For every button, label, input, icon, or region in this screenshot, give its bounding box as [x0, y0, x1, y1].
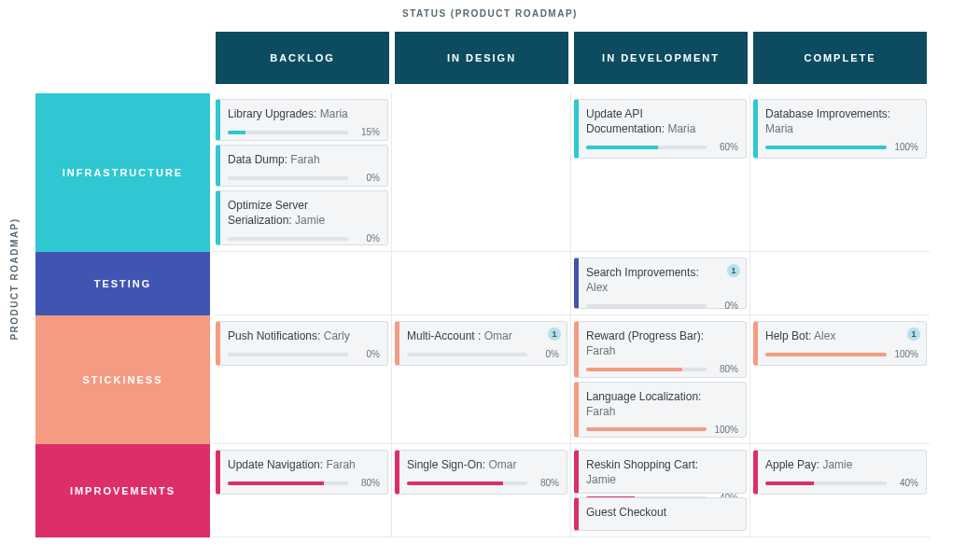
- card-title: Push Notifications: Carly: [228, 328, 380, 343]
- progress-percent: 100%: [892, 349, 918, 359]
- card[interactable]: Guest Checkout: [574, 497, 747, 531]
- progress-row: 100%: [765, 142, 918, 152]
- cell-infrastructure-backlog: Library Upgrades: Maria15%Data Dump: Far…: [213, 93, 392, 252]
- card-title: Guest Checkout: [586, 505, 738, 520]
- card[interactable]: Language Localization: Farah100%: [574, 382, 747, 439]
- cell-infrastructure-in_design: [392, 93, 571, 252]
- row-label-infrastructure[interactable]: INFRASTRUCTURE: [35, 93, 210, 252]
- card[interactable]: Database Improvements: Maria100%: [753, 99, 927, 159]
- progress-percent: 0%: [354, 233, 380, 244]
- cell-testing-in_design: [392, 252, 571, 315]
- cell-testing-backlog: [213, 252, 392, 315]
- card-title: Language Localization: Farah: [586, 389, 738, 419]
- cell-improvements-in_development: Reskin Shopping Cart: Jamie40%Guest Chec…: [571, 444, 750, 537]
- count-badge: 1: [548, 328, 561, 341]
- cell-improvements-complete: Apple Pay: Jamie40%: [750, 444, 930, 537]
- card-title: Reskin Shopping Cart: Jamie: [586, 457, 738, 487]
- card-title: Multi-Account : Omar: [407, 328, 559, 343]
- progress-percent: 80%: [354, 478, 380, 488]
- progress-percent: 0%: [354, 173, 380, 183]
- progress-percent: 100%: [892, 142, 918, 152]
- progress-bar: [407, 481, 527, 485]
- progress-row: 0%: [407, 349, 559, 359]
- card-title: Optimize Server Serialization: Jamie: [228, 198, 380, 228]
- progress-bar: [228, 353, 348, 356]
- progress-bar: [586, 427, 707, 431]
- card-title: Database Improvements: Maria: [765, 106, 918, 136]
- top-axis-label: STATUS (PRODUCT ROADMAP): [0, 0, 980, 28]
- progress-row: 15%: [228, 127, 380, 137]
- card-title: Help Bot: Alex: [765, 328, 918, 343]
- card-title: Reward (Progress Bar): Farah: [586, 328, 738, 358]
- cell-stickiness-in_development: Reward (Progress Bar): Farah80%Language …: [571, 315, 750, 444]
- card[interactable]: Help Bot: Alex1100%: [753, 321, 927, 366]
- cell-testing-in_development: Search Improvements: Alex10%: [571, 252, 750, 315]
- progress-bar: [407, 353, 527, 356]
- card-title: Data Dump: Farah: [228, 152, 380, 167]
- card[interactable]: Reskin Shopping Cart: Jamie40%: [574, 450, 747, 494]
- progress-row: 80%: [228, 478, 380, 488]
- cell-improvements-in_design: Single Sign-On: Omar80%: [392, 444, 571, 537]
- progress-row: 0%: [228, 233, 380, 244]
- progress-bar: [586, 146, 707, 149]
- roadmap-grid: BACKLOGIN DESIGNIN DEVELOPMENTCOMPLETEIN…: [35, 32, 980, 558]
- cell-infrastructure-in_development: Update API Documentation: Maria60%: [571, 93, 750, 252]
- card[interactable]: Update API Documentation: Maria60%: [574, 99, 747, 159]
- card[interactable]: Apple Pay: Jamie40%: [753, 450, 927, 495]
- cell-testing-complete: [750, 252, 930, 315]
- progress-row: 80%: [407, 478, 559, 488]
- row-label-testing[interactable]: TESTING: [35, 252, 210, 315]
- column-header-backlog[interactable]: BACKLOG: [216, 32, 389, 84]
- card-title: Apple Pay: Jamie: [765, 457, 918, 472]
- card[interactable]: Data Dump: Farah0%: [216, 145, 388, 187]
- progress-percent: 100%: [712, 425, 738, 435]
- card[interactable]: Push Notifications: Carly0%: [216, 321, 388, 366]
- progress-bar: [228, 237, 348, 241]
- progress-percent: 0%: [354, 349, 380, 359]
- progress-bar: [586, 368, 707, 371]
- card-title: Single Sign-On: Omar: [407, 457, 559, 472]
- cell-infrastructure-complete: Database Improvements: Maria100%: [750, 93, 930, 252]
- progress-bar: [765, 481, 887, 485]
- progress-percent: 0%: [533, 349, 559, 359]
- progress-row: 100%: [586, 425, 738, 435]
- progress-row: 40%: [765, 478, 918, 488]
- progress-row: 60%: [586, 142, 738, 152]
- card[interactable]: Optimize Server Serialization: Jamie0%: [216, 190, 388, 245]
- progress-percent: 0%: [712, 300, 738, 311]
- column-header-complete[interactable]: COMPLETE: [753, 32, 927, 84]
- count-badge: 1: [727, 264, 740, 277]
- progress-percent: 40%: [892, 478, 918, 488]
- cell-stickiness-in_design: Multi-Account : Omar10%: [392, 315, 571, 444]
- column-header-in_development[interactable]: IN DEVELOPMENT: [574, 32, 748, 84]
- progress-bar: [228, 481, 348, 485]
- card-title: Library Upgrades: Maria: [228, 106, 380, 121]
- progress-row: 0%: [228, 349, 380, 359]
- progress-bar: [765, 146, 887, 149]
- card[interactable]: Library Upgrades: Maria15%: [216, 99, 388, 141]
- card-title: Update API Documentation: Maria: [586, 106, 738, 136]
- progress-percent: 80%: [533, 478, 559, 488]
- progress-percent: 15%: [354, 127, 380, 137]
- card[interactable]: Update Navigation: Farah80%: [216, 450, 388, 495]
- column-header-in_design[interactable]: IN DESIGN: [395, 32, 568, 84]
- row-label-stickiness[interactable]: STICKINESS: [35, 315, 210, 444]
- cell-stickiness-complete: Help Bot: Alex1100%: [750, 315, 930, 444]
- progress-row: 0%: [586, 300, 738, 311]
- progress-bar: [586, 304, 707, 308]
- card[interactable]: Multi-Account : Omar10%: [395, 321, 567, 366]
- progress-row: 0%: [228, 173, 380, 183]
- progress-bar: [228, 131, 348, 134]
- count-badge: 1: [907, 328, 920, 341]
- cell-improvements-backlog: Update Navigation: Farah80%: [213, 444, 392, 537]
- progress-bar: [765, 353, 887, 356]
- progress-row: 80%: [586, 364, 738, 374]
- progress-bar: [228, 176, 348, 180]
- card[interactable]: Reward (Progress Bar): Farah80%: [574, 321, 747, 378]
- progress-percent: 60%: [712, 142, 738, 152]
- row-label-improvements[interactable]: IMPROVEMENTS: [35, 444, 210, 537]
- card[interactable]: Search Improvements: Alex10%: [574, 258, 747, 309]
- card-title: Search Improvements: Alex: [586, 265, 738, 295]
- cell-stickiness-backlog: Push Notifications: Carly0%: [213, 315, 392, 444]
- card[interactable]: Single Sign-On: Omar80%: [395, 450, 567, 495]
